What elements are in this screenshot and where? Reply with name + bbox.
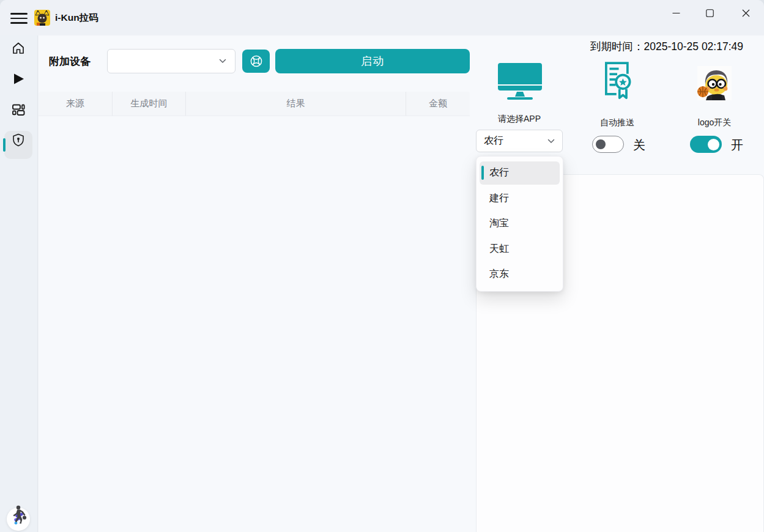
avatar-image [697,66,732,100]
dropdown-option-taobao[interactable]: 淘宝 [477,211,563,237]
logo-state-label: 开 [731,137,743,153]
sidebar [0,35,38,532]
dropdown-option-nonghang[interactable]: 农行 [477,160,563,186]
home-icon [11,41,26,56]
dropdown-option-tianhong[interactable]: 天虹 [477,237,563,262]
expiry-time-value: 2025-10-25 02:17:49 [644,40,744,53]
auto-push-state-label: 关 [633,137,645,153]
chevron-down-icon [547,139,555,144]
results-table-header: 来源 生成时间 结果 金额 [39,92,470,116]
chevron-down-icon [219,59,226,64]
app-select[interactable]: 农行 [476,130,563,152]
expiry-time: 到期时间：2025-10-25 02:17:49 [590,39,743,54]
toggle-knob [596,139,606,149]
maximize-button[interactable] [695,0,724,26]
select-app-label: 请选择APP [498,114,541,125]
sidebar-item-dashboard[interactable] [11,102,26,117]
start-button[interactable]: 启动 [275,49,470,73]
column-header-result: 结果 [185,92,406,116]
grid-icon [11,102,26,117]
basketball-button[interactable] [242,50,270,73]
hamburger-menu-icon[interactable] [10,12,28,25]
certificate-icon [599,59,636,108]
main-panel: 附加设备 启动 来源 生成时间 结果 金额 [39,35,470,532]
dropdown-option-jingdong[interactable]: 京东 [477,262,563,287]
attached-device-label: 附加设备 [49,54,91,68]
app-select-value: 农行 [484,135,547,147]
window-title: i-Kun拉码 [55,0,98,35]
sidebar-item-security[interactable] [11,133,26,147]
play-icon [11,72,26,86]
basketball-player-icon [10,505,28,525]
attached-device-select[interactable] [107,49,236,73]
selected-option-indicator [481,166,484,180]
sidebar-item-home[interactable] [11,41,26,56]
app-dropdown-popup: 农行 建行 淘宝 天虹 京东 [476,156,563,292]
auto-push-label: 自动推送 [600,117,634,128]
column-header-source: 来源 [39,92,112,116]
basketball-icon [249,54,264,68]
sidebar-item-run[interactable] [11,72,26,86]
logo-switch-label: logo开关 [698,117,731,128]
sidebar-item-basketball-player[interactable] [10,505,28,525]
sidebar-selected-indicator [3,138,6,152]
logo-toggle[interactable] [690,136,722,153]
titlebar: i-Kun拉码 [0,0,764,35]
app-window: i-Kun拉码 [0,0,764,532]
expiry-time-label: 到期时间： [590,40,644,53]
column-header-generated-time: 生成时间 [112,92,185,116]
right-panel: 到期时间：2025-10-25 02:17:49 请选择APP [470,35,764,532]
shield-key-icon [11,133,26,147]
close-button[interactable] [732,0,760,26]
column-header-amount: 金额 [406,92,470,116]
toggle-knob [708,139,719,150]
dropdown-option-jianhang[interactable]: 建行 [477,186,563,212]
auto-push-toggle[interactable] [592,136,624,153]
monitor-icon [497,62,543,104]
app-logo-icon [34,10,50,26]
results-table-body [39,116,470,532]
minimize-button[interactable] [662,0,690,26]
